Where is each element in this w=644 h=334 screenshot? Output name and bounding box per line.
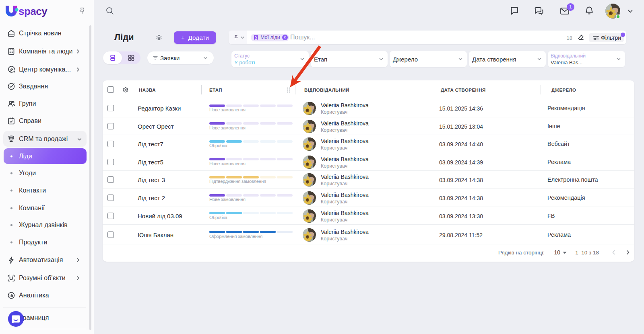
svg-text:spacy: spacy [19, 5, 47, 17]
